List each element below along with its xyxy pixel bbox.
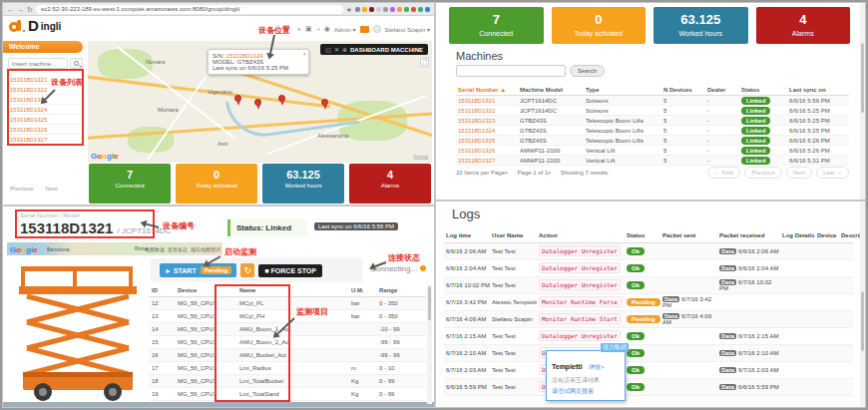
eye-icon[interactable]: ◉ [324, 25, 330, 33]
start-button[interactable]: ► STARTPending [160, 263, 236, 277]
cell-serial-link[interactable]: 153118D1322 [458, 108, 520, 114]
data-badge[interactable]: Data [662, 313, 679, 319]
browser-reload-icon[interactable]: ↻ [27, 3, 33, 16]
map-links[interactable]: 地图数据 使用条款 报告地图错误 [145, 246, 220, 252]
column-header[interactable]: Dealer [707, 87, 741, 93]
next-link[interactable]: Next [45, 186, 57, 192]
machine-row: 153118D1327AMWP11-2100Vertical Lift5-Lin… [456, 156, 849, 166]
column-header[interactable]: N Devices [663, 87, 707, 93]
sidebar-machine-item[interactable]: 153118D1325 [10, 115, 81, 125]
cell-packet-received: Data6/7/16 10:02 PM [719, 279, 782, 291]
cell-serial-link[interactable]: 153118D1323 [458, 118, 520, 124]
mini-map-strip[interactable]: Google Barcelona Roma 地图数据 使用条款 报告地图错误 [7, 242, 222, 255]
log-row: 6/7/16 2:10 AMTest TestDatalogger Unregi… [444, 345, 853, 362]
machines-map[interactable]: NovaraMilanoVigevanoMortaraAlessandriaAs… [88, 41, 432, 163]
cell-n-devices: 5 [663, 108, 707, 114]
monitor-row: 18MG_56_CPU1Lmi_TotalBucketKg0 - 99 [149, 375, 426, 388]
sidebar-machine-item[interactable]: 153118D1326 [10, 125, 81, 135]
column-header[interactable]: Last sync on [789, 87, 849, 93]
print-icon[interactable]: ▣ [305, 25, 312, 33]
popup-close-icon[interactable]: × [302, 51, 306, 57]
stat-value: 4 [756, 12, 851, 27]
column-header[interactable]: Serial Number ▲ [458, 87, 520, 93]
cell-packet-received: Data6/7/16 2:03 AM [719, 367, 782, 373]
admin-menu[interactable]: Admin ▾ [334, 26, 356, 33]
cell-serial-link[interactable]: 153118D1326 [458, 148, 520, 154]
dashboard-macchine-button[interactable]: ◱ ✕ ⊕ DASHBOARD MACCHINE [320, 44, 428, 55]
cell-log-time: 6/7/16 2:03 AM [446, 367, 492, 373]
browser-toolbar: ← → ↻ ec2-52-30-223-189.eu-west-1.comput… [3, 3, 434, 16]
machines-search-input[interactable] [456, 65, 566, 77]
welcome-banner: Welcome [3, 41, 83, 53]
column-header: Log time [446, 232, 492, 238]
cell-model: AMWP11-2100 [520, 158, 586, 164]
language-flag-icon[interactable] [360, 26, 369, 33]
cell-model: JCPT1614DC [520, 108, 586, 114]
previous-link[interactable]: Previous [10, 186, 33, 192]
bookmark-star-icon[interactable]: ★ [346, 3, 352, 16]
first-page-button[interactable]: ← First [707, 167, 740, 179]
browser-back-icon[interactable]: ← [7, 3, 14, 16]
sidebar-machine-item[interactable]: 153118D1324 [10, 105, 81, 115]
scrollbar[interactable] [427, 284, 432, 404]
avatar [373, 25, 381, 33]
force-stop-button[interactable]: ■ FORCE STOP [258, 264, 322, 277]
action-badge: Monitor Runtime Start [539, 313, 621, 324]
chart-icon[interactable]: ◔ [316, 26, 320, 33]
cell-type: Scissors [586, 108, 663, 114]
page-select[interactable]: Page 1 of 1▾ [518, 170, 551, 176]
tooltip-word: Tempietti [552, 363, 583, 370]
data-badge[interactable]: Data [662, 296, 679, 302]
items-per-page-select[interactable]: 10 Items per Page▾ [456, 170, 508, 176]
data-badge[interactable]: Data [719, 384, 736, 390]
dingli-logo[interactable]: Dingli [9, 19, 61, 33]
column-header[interactable]: Type [586, 87, 663, 93]
scrollbar[interactable] [860, 3, 865, 200]
previous-page-button[interactable]: Previous [744, 167, 781, 179]
sidebar-search-button[interactable] [70, 58, 83, 69]
data-badge[interactable]: Data [719, 248, 736, 254]
machines-search-button[interactable]: Search [570, 65, 605, 77]
user-menu[interactable]: Stefano Scapin ▾ [385, 26, 430, 33]
map-fullscreen-button[interactable]: ⛶ [420, 58, 429, 67]
data-badge[interactable]: Data [719, 350, 736, 356]
column-header: Action [539, 232, 627, 238]
add-icon[interactable]: + [297, 26, 301, 33]
data-badge[interactable]: Data [719, 279, 736, 285]
column-header[interactable]: Machine Model [520, 87, 586, 93]
next-page-button[interactable]: Next [786, 167, 812, 179]
sidebar-search-input[interactable] [8, 58, 68, 69]
map-city-label: Barcelona [47, 246, 70, 252]
cell-id: 13 [152, 313, 178, 319]
sidebar-machine-item[interactable]: 153118D1327 [10, 135, 81, 145]
cell-serial-link[interactable]: 153118D1324 [458, 128, 520, 134]
cell-serial-link[interactable]: 153118D1325 [458, 138, 520, 144]
extension-icons[interactable] [355, 7, 430, 12]
column-header[interactable]: Status [741, 87, 789, 93]
address-bar[interactable]: ec2-52-30-223-189.eu-west-1.compute.amaz… [36, 5, 343, 14]
data-badge[interactable]: Data [719, 333, 736, 339]
column-header: Status [627, 232, 662, 238]
annotation-connection-status: 连接状态 [388, 252, 420, 263]
cell-user-name: Test Test [492, 265, 539, 271]
stat-value: 63.125 [653, 12, 748, 27]
data-badge[interactable]: Data [719, 367, 736, 373]
machine-marker[interactable] [278, 95, 285, 102]
data-badge[interactable]: Data [719, 265, 736, 271]
machine-row: 153118D1324GTBZ43STelescopic Boom Lifts5… [456, 126, 849, 136]
machine-marker[interactable] [254, 99, 261, 106]
last-page-button[interactable]: Last → [816, 167, 849, 179]
cell-id: 12 [152, 300, 178, 306]
column-header: Name [239, 287, 351, 293]
scrollbar[interactable] [860, 202, 865, 407]
cell-serial-link[interactable]: 153118D1327 [458, 158, 520, 164]
browser-forward-icon[interactable]: → [17, 3, 24, 16]
cell-serial-link[interactable]: 153118D1321 [458, 98, 520, 104]
tooltip-details-link[interactable]: 详情> [589, 364, 605, 370]
refresh-button[interactable]: ↻ [240, 263, 254, 277]
cell-type: Vertical Lift [586, 148, 663, 154]
tooltip-web-search-link[interactable]: 请尝试网页搜索 [552, 387, 620, 396]
cell-name: AMU_Boom_2_Act [239, 339, 351, 345]
machine-marker[interactable] [321, 99, 328, 106]
machine-marker[interactable] [234, 95, 241, 102]
